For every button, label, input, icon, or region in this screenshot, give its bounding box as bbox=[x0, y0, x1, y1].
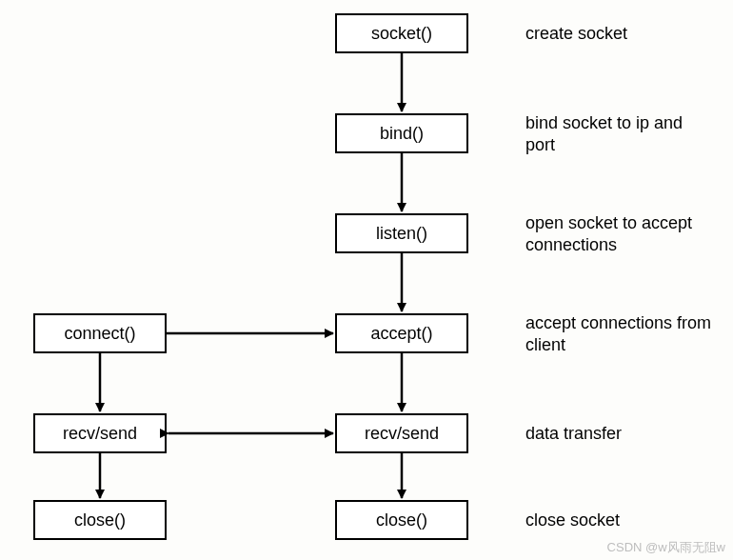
node-close-server: close() bbox=[335, 500, 468, 540]
watermark: CSDN @w风雨无阻w bbox=[607, 539, 725, 556]
label-close-socket: close socket bbox=[525, 510, 620, 531]
node-accept: accept() bbox=[335, 313, 468, 353]
node-bind: bind() bbox=[335, 113, 468, 153]
label-accept-connections: accept connections from client bbox=[525, 312, 716, 357]
node-close-client: close() bbox=[33, 500, 167, 540]
label-create-socket: create socket bbox=[525, 23, 627, 45]
flow-arrows bbox=[0, 0, 733, 560]
node-recvsend-client: recv/send bbox=[33, 413, 167, 453]
label-data-transfer: data transfer bbox=[525, 423, 622, 445]
label-open-socket: open socket to accept connections bbox=[525, 212, 716, 257]
node-connect: connect() bbox=[33, 313, 167, 353]
node-socket: socket() bbox=[335, 13, 468, 53]
node-listen: listen() bbox=[335, 213, 468, 253]
label-bind-socket: bind socket to ip and port bbox=[525, 112, 697, 157]
node-recvsend-server: recv/send bbox=[335, 413, 468, 453]
